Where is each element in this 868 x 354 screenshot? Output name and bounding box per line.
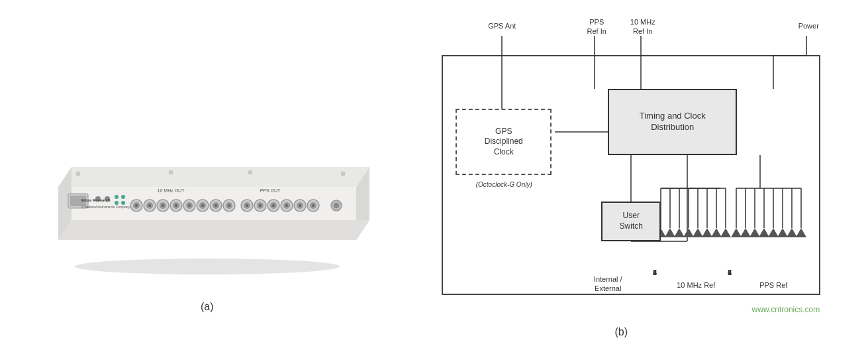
- svg-text:A National Instruments Company: A National Instruments Company: [81, 205, 130, 209]
- svg-marker-107: [693, 228, 703, 237]
- svg-point-51: [285, 204, 288, 207]
- svg-point-29: [188, 204, 191, 207]
- octoclock-g-label: (Octoclock-G Only): [448, 180, 560, 189]
- svg-point-32: [201, 204, 204, 207]
- svg-marker-110: [720, 228, 731, 237]
- svg-point-57: [312, 204, 314, 207]
- gps-disciplined-clock-box: GPS Disciplined Clock: [456, 109, 552, 175]
- user-switch-box: User Switch: [601, 202, 661, 241]
- svg-point-10: [115, 195, 119, 199]
- ten-mhz-ref-in-label: 10 MHz Ref In: [624, 17, 661, 36]
- svg-marker-111: [731, 228, 742, 237]
- watermark: www.cntronics.com: [752, 305, 820, 314]
- svg-point-17: [135, 204, 138, 207]
- svg-marker-114: [759, 228, 769, 237]
- svg-marker-1: [58, 167, 369, 187]
- svg-marker-117: [787, 228, 797, 237]
- ten-mhz-ref-label: 10 MHz Ref: [659, 281, 732, 289]
- gps-ant-label: GPS Ant: [482, 21, 522, 30]
- svg-marker-112: [740, 228, 751, 237]
- diagram-area: GPS Ant PPS Ref In 10 MHz Ref In Power G…: [403, 16, 840, 321]
- main-container: 10 MHz OUT: [0, 0, 868, 354]
- svg-point-26: [175, 204, 177, 207]
- svg-point-62: [169, 170, 173, 174]
- ten-mhz-num-1: 1: [653, 269, 657, 276]
- svg-point-59: [334, 203, 339, 208]
- pps-ref-in-label: PPS Ref In: [580, 17, 613, 36]
- left-panel: 10 MHz OUT: [22, 41, 393, 313]
- right-caption: (b): [614, 326, 628, 338]
- svg-marker-118: [796, 228, 806, 237]
- pps-num-1: 1: [728, 269, 732, 276]
- svg-marker-116: [777, 228, 788, 237]
- svg-point-35: [215, 204, 217, 207]
- power-label: Power: [792, 21, 825, 30]
- svg-point-60: [76, 172, 80, 176]
- svg-point-20: [148, 204, 151, 207]
- svg-text:10 MHz OUT: 10 MHz OUT: [157, 188, 185, 193]
- svg-point-45: [259, 204, 262, 207]
- svg-marker-109: [711, 228, 722, 237]
- svg-text:Ettus Research: Ettus Research: [81, 198, 111, 202]
- svg-point-0: [75, 259, 340, 274]
- svg-marker-108: [702, 228, 712, 237]
- timing-clock-box: Timing and Clock Distribution: [608, 89, 737, 155]
- svg-point-42: [246, 204, 248, 207]
- svg-marker-113: [749, 228, 760, 237]
- svg-point-23: [162, 204, 164, 207]
- svg-point-54: [299, 204, 301, 207]
- svg-marker-104: [665, 228, 675, 237]
- left-caption: (a): [201, 301, 214, 313]
- svg-point-61: [341, 172, 345, 176]
- svg-marker-106: [683, 228, 694, 237]
- svg-text:PPS OUT: PPS OUT: [260, 188, 280, 193]
- svg-point-63: [248, 170, 252, 174]
- svg-marker-115: [768, 228, 779, 237]
- svg-point-38: [228, 204, 230, 207]
- svg-point-12: [121, 195, 125, 199]
- pps-ref-label: PPS Ref: [744, 281, 803, 289]
- device-photo-svg: 10 MHz OUT: [38, 54, 376, 280]
- svg-marker-5: [58, 220, 369, 240]
- svg-marker-105: [674, 228, 685, 237]
- device-image: 10 MHz OUT: [35, 41, 379, 293]
- internal-external-label: Internal / External: [581, 274, 634, 294]
- right-panel: GPS Ant PPS Ref In 10 MHz Ref In Power G…: [396, 16, 846, 338]
- svg-point-48: [272, 204, 275, 207]
